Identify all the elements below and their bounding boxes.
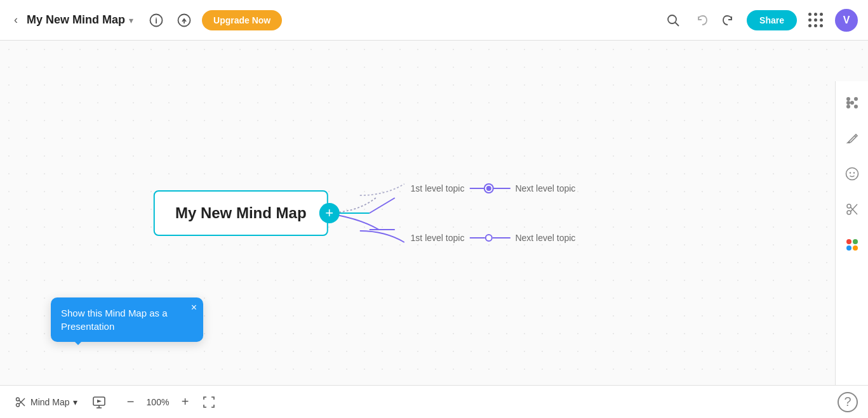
- footer-right: ?: [838, 392, 858, 412]
- header-right: Share V: [663, 9, 858, 32]
- emoji-button[interactable]: [841, 162, 864, 185]
- undo-button[interactable]: [691, 9, 714, 32]
- undo-redo-group: [691, 9, 739, 32]
- first-level-topic-lower[interactable]: 1st level topic: [411, 233, 465, 243]
- header: ‹ My New Mind Map ▾ i Upgrade Now: [0, 0, 868, 41]
- svg-point-4: [668, 15, 676, 23]
- tooltip-close-button[interactable]: ×: [191, 303, 197, 313]
- connector-line-to-next-upper: [492, 188, 510, 189]
- share-button[interactable]: Share: [747, 10, 797, 30]
- central-node: My New Mind Map +: [154, 190, 328, 236]
- svg-text:i: i: [155, 15, 157, 25]
- svg-point-26: [853, 239, 858, 244]
- svg-point-19: [849, 172, 850, 173]
- fit-screen-icon: [203, 396, 215, 408]
- help-button[interactable]: ?: [838, 392, 858, 412]
- header-left: ‹ My New Mind Map ▾ i Upgrade Now: [10, 10, 282, 30]
- upload-button[interactable]: [174, 10, 194, 30]
- connector-line-to-next-lower: [492, 237, 510, 238]
- zoom-level-display: 100%: [145, 397, 170, 407]
- apps-grid-button[interactable]: [805, 9, 827, 32]
- zoom-controls: − 100% +: [121, 393, 218, 412]
- svg-point-11: [854, 97, 858, 101]
- zoom-out-button[interactable]: −: [121, 393, 140, 412]
- branch-lower-line: [360, 228, 411, 247]
- presentation-icon: [92, 395, 106, 409]
- mindmap-type-label: Mind Map: [30, 397, 69, 407]
- mindmap-type-button[interactable]: Mind Map ▾: [10, 393, 83, 412]
- info-button[interactable]: i: [146, 10, 166, 30]
- layout-button[interactable]: [841, 91, 864, 114]
- branch-lower: 1st level topic Next level topic: [360, 228, 576, 247]
- branch-upper-line: [360, 179, 411, 198]
- connector-line-lower: [469, 237, 484, 238]
- mindmap-layout: My New Mind Map + 1st level topic: [154, 179, 575, 247]
- header-icons: i Upgrade Now: [146, 10, 282, 30]
- mindmap-row: My New Mind Map + 1st level topic: [154, 179, 575, 247]
- svg-point-18: [846, 168, 858, 180]
- first-level-topic-upper[interactable]: 1st level topic: [411, 183, 465, 193]
- canvas: My New Mind Map + 1st level topic: [0, 41, 868, 385]
- central-node-box[interactable]: My New Mind Map: [154, 190, 328, 236]
- annotate-button[interactable]: [841, 127, 864, 150]
- branches-container: 1st level topic Next level topic 1st lev…: [360, 179, 576, 247]
- svg-line-16: [855, 136, 856, 137]
- upload-icon: [177, 13, 191, 27]
- connector-dot-lower-empty: [484, 234, 492, 242]
- apps-colorful-icon: [845, 237, 860, 252]
- svg-line-5: [676, 22, 679, 26]
- back-button[interactable]: ‹: [10, 11, 22, 29]
- scissors-footer-icon: [15, 396, 27, 408]
- svg-point-30: [17, 403, 20, 407]
- search-button[interactable]: [663, 10, 683, 30]
- redo-icon: [721, 14, 734, 27]
- branch-upper: 1st level topic Next level topic: [360, 179, 576, 198]
- next-level-topic-upper[interactable]: Next level topic: [515, 183, 575, 193]
- presentation-button[interactable]: [88, 391, 110, 414]
- document-title: My New Mind Map: [27, 13, 125, 27]
- svg-point-14: [850, 101, 854, 105]
- search-icon: [666, 13, 680, 27]
- svg-point-15: [846, 101, 850, 105]
- add-node-button[interactable]: +: [319, 203, 340, 223]
- apps-grid-icon: [808, 13, 824, 28]
- footer: Mind Map ▾ − 100% +: [0, 385, 868, 418]
- svg-marker-36: [97, 400, 102, 403]
- avatar[interactable]: V: [835, 9, 858, 32]
- title-area[interactable]: My New Mind Map ▾: [27, 13, 133, 27]
- svg-point-13: [854, 105, 858, 108]
- upgrade-button[interactable]: Upgrade Now: [202, 10, 282, 30]
- fit-screen-button[interactable]: [199, 393, 218, 412]
- tooltip-text: Show this Mind Map as a Presentation: [61, 308, 168, 332]
- emoji-icon: [845, 167, 859, 181]
- connector-dot-upper-filled: [484, 185, 492, 192]
- connector-line-upper: [469, 188, 484, 189]
- right-sidebar: [835, 81, 868, 385]
- tooltip-popup: × Show this Mind Map as a Presentation: [51, 297, 203, 342]
- mindmap-type-dropdown-icon: ▾: [73, 397, 77, 407]
- svg-point-20: [853, 172, 854, 173]
- scissors-button[interactable]: [841, 198, 864, 221]
- svg-point-12: [846, 105, 850, 108]
- scissors-icon: [845, 202, 859, 216]
- title-dropdown-icon: ▾: [129, 15, 133, 25]
- svg-point-28: [853, 245, 858, 251]
- undo-icon: [696, 14, 709, 27]
- svg-point-27: [846, 245, 851, 251]
- footer-left: Mind Map ▾ − 100% +: [10, 391, 218, 414]
- redo-button[interactable]: [716, 9, 739, 32]
- annotate-icon: [845, 131, 859, 145]
- next-level-topic-lower[interactable]: Next level topic: [515, 233, 575, 243]
- svg-point-10: [846, 97, 850, 101]
- layout-icon: [845, 95, 860, 110]
- zoom-in-button[interactable]: +: [175, 393, 194, 412]
- svg-point-25: [846, 239, 851, 244]
- apps-button[interactable]: [841, 233, 864, 256]
- info-icon: i: [149, 13, 163, 27]
